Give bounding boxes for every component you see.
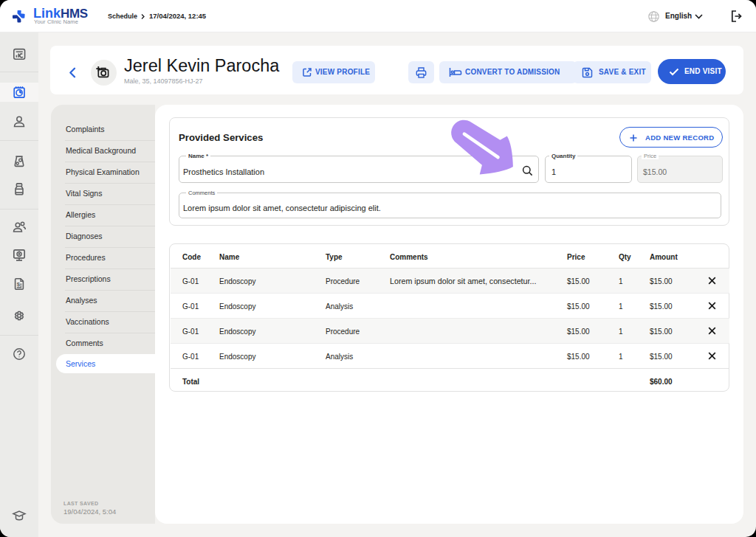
svg-text:$: $ [17,281,21,288]
